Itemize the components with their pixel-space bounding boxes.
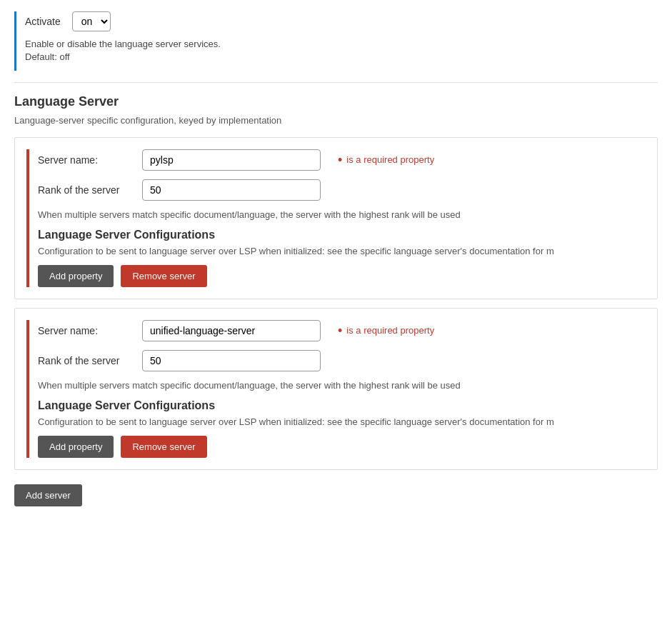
page-container: Activate on off Enable or disable the la…: [0, 0, 672, 518]
server-name-input-1[interactable]: [142, 149, 321, 171]
config-description-2: Configuration to be sent to language ser…: [38, 416, 646, 427]
required-dot-1: •: [338, 154, 342, 166]
server-name-row-1: Server name: • is a required property: [38, 149, 646, 171]
activate-description: Enable or disable the language server se…: [25, 37, 658, 51]
required-dot-2: •: [338, 324, 342, 337]
server-card-inner-2: Server name: • is a required property Ra…: [26, 320, 646, 458]
activate-section: Activate on off Enable or disable the la…: [14, 11, 658, 71]
rank-row-1: Rank of the server: [38, 179, 646, 201]
config-description-1: Configuration to be sent to language ser…: [38, 246, 646, 256]
add-server-button[interactable]: Add server: [14, 484, 82, 506]
add-property-button-2[interactable]: Add property: [38, 436, 114, 458]
server-name-input-2[interactable]: [142, 320, 321, 341]
required-indicator-2: • is a required property: [338, 324, 434, 337]
rank-label-2: Rank of the server: [38, 355, 131, 366]
language-server-title: Language Server: [14, 94, 658, 109]
button-row-1: Add property Remove server: [38, 265, 646, 287]
required-text-2: is a required property: [346, 325, 434, 336]
server-card-2: Server name: • is a required property Ra…: [14, 308, 658, 470]
remove-server-button-2[interactable]: Remove server: [121, 436, 206, 458]
activate-select[interactable]: on off: [72, 11, 111, 31]
server-name-label-2: Server name:: [38, 325, 131, 336]
add-property-button-1[interactable]: Add property: [38, 265, 114, 287]
rank-label-1: Rank of the server: [38, 184, 131, 196]
server-name-label-1: Server name:: [38, 154, 131, 166]
divider-1: [14, 82, 658, 83]
servers-container: Server name: • is a required property Ra…: [14, 137, 658, 470]
activate-row: Activate on off: [25, 11, 658, 31]
button-row-2: Add property Remove server: [38, 436, 646, 458]
config-title-2: Language Server Configurations: [38, 399, 646, 412]
server-card-inner-1: Server name: • is a required property Ra…: [26, 149, 646, 287]
required-indicator-1: • is a required property: [338, 154, 434, 166]
rank-input-1[interactable]: [142, 179, 321, 201]
remove-server-button-1[interactable]: Remove server: [121, 265, 206, 287]
rank-description-1: When multiple servers match specific doc…: [38, 209, 646, 220]
config-title-1: Language Server Configurations: [38, 229, 646, 241]
required-text-1: is a required property: [346, 154, 434, 165]
rank-input-2[interactable]: [142, 350, 321, 371]
rank-description-2: When multiple servers match specific doc…: [38, 380, 646, 391]
activate-default: Default: off: [25, 51, 658, 62]
activate-label: Activate: [25, 16, 61, 27]
language-server-description: Language-server specific configuration, …: [14, 115, 658, 126]
server-card-1: Server name: • is a required property Ra…: [14, 137, 658, 299]
rank-row-2: Rank of the server: [38, 350, 646, 371]
server-name-row-2: Server name: • is a required property: [38, 320, 646, 341]
